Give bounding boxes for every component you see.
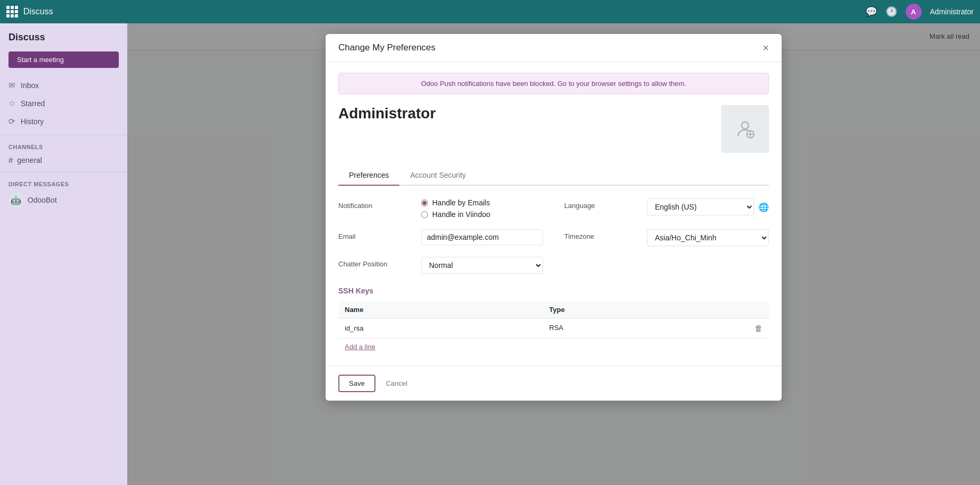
- modal-close-button[interactable]: ×: [763, 42, 769, 53]
- sidebar-title: Discuss: [8, 32, 119, 43]
- tab-preferences[interactable]: Preferences: [338, 166, 399, 186]
- sidebar-item-inbox[interactable]: ✉ Inbox: [0, 76, 127, 94]
- banner-text: Odoo Push notifications have been blocke…: [421, 80, 686, 88]
- modal-title: Change My Preferences: [338, 42, 435, 53]
- sidebar-item-starred[interactable]: ☆ Starred: [0, 94, 127, 112]
- modal-footer: Save Cancel: [326, 366, 782, 401]
- timezone-label: Timezone: [564, 229, 638, 240]
- language-select[interactable]: English (US): [647, 198, 754, 215]
- language-row: Language English (US) 🌐: [564, 198, 769, 219]
- add-line-button[interactable]: Add a line: [338, 339, 382, 355]
- svg-point-0: [741, 122, 748, 129]
- chatter-label: Chatter Position: [338, 257, 413, 268]
- sidebar-item-history[interactable]: ⟳ History: [0, 112, 127, 131]
- app-name: Discuss: [23, 7, 53, 16]
- avatar[interactable]: A: [906, 4, 922, 20]
- timezone-field: Asia/Ho_Chi_Minh: [647, 229, 769, 246]
- email-row: Email: [338, 229, 543, 246]
- channels-section-header: CHANNELS: [0, 140, 127, 152]
- cancel-button[interactable]: Cancel: [380, 375, 414, 392]
- starred-label: Starred: [21, 99, 45, 108]
- preferences-modal: Change My Preferences × Odoo Push notifi…: [326, 34, 782, 401]
- sidebar-divider: [0, 135, 127, 135]
- modal-overlay: Change My Preferences × Odoo Push notifi…: [127, 23, 980, 485]
- sidebar-channel-general[interactable]: # general: [0, 152, 127, 168]
- clock-icon[interactable]: 🕐: [886, 6, 897, 18]
- modal-header: Change My Preferences ×: [326, 34, 782, 62]
- ssh-table: Name Type id_rsa RSA 🗑: [338, 301, 769, 339]
- globe-icon[interactable]: 🌐: [758, 202, 769, 212]
- ssh-section-title: SSH Keys: [338, 287, 769, 295]
- username[interactable]: Administrator: [930, 7, 974, 16]
- form-grid: Notification Handle by Emails: [338, 198, 769, 274]
- ssh-col-name: Name: [338, 301, 543, 318]
- tab-account-security[interactable]: Account Security: [399, 166, 476, 186]
- notification-banner: Odoo Push notifications have been blocke…: [338, 73, 769, 94]
- email-input[interactable]: [421, 229, 543, 245]
- sidebar-header: Discuss: [0, 23, 127, 47]
- chat-icon[interactable]: 💬: [865, 6, 877, 18]
- user-area: Administrator: [338, 105, 769, 153]
- save-button[interactable]: Save: [338, 375, 375, 392]
- chatter-select[interactable]: Normal: [421, 257, 543, 274]
- sidebar-divider-2: [0, 172, 127, 172]
- dm-section-header: DIRECT MESSAGES: [0, 177, 127, 189]
- inbox-label: Inbox: [21, 81, 39, 90]
- topbar-left: Discuss: [6, 6, 53, 18]
- timezone-row: Timezone Asia/Ho_Chi_Minh: [564, 229, 769, 246]
- modal-tabs: Preferences Account Security: [338, 166, 769, 186]
- odoobot-avatar: 🤖: [8, 193, 23, 207]
- topbar: Discuss 💬 🕐 A Administrator: [0, 0, 980, 23]
- email-label: Email: [338, 229, 413, 240]
- star-icon: ☆: [8, 99, 15, 108]
- channel-name: general: [17, 156, 42, 164]
- notification-label: Notification: [338, 198, 413, 210]
- table-row: id_rsa RSA 🗑: [338, 318, 769, 339]
- ssh-name-cell: id_rsa: [338, 318, 543, 339]
- main-layout: Discuss Start a meeting ✉ Inbox ☆ Starre…: [0, 23, 980, 485]
- user-display-name: Administrator: [338, 105, 436, 122]
- email-field-container: [421, 229, 543, 245]
- hash-icon: #: [8, 155, 13, 164]
- ssh-type-cell: RSA 🗑: [543, 318, 769, 339]
- notification-radio-group: Handle by Emails Handle in Viindoo: [421, 198, 543, 219]
- ssh-col-type: Type: [543, 301, 769, 318]
- content-area: Mark all read Change My Preferences × Od…: [127, 23, 980, 485]
- chatter-row: Chatter Position Normal: [338, 257, 543, 274]
- timezone-select[interactable]: Asia/Ho_Chi_Minh: [647, 229, 769, 246]
- ssh-delete-button[interactable]: 🗑: [755, 324, 763, 333]
- notification-field: Handle by Emails Handle in Viindoo: [421, 198, 543, 219]
- grid-menu-icon[interactable]: [6, 6, 18, 18]
- chatter-field: Normal: [421, 257, 543, 274]
- history-icon: ⟳: [8, 117, 15, 126]
- language-field: English (US) 🌐: [647, 198, 769, 215]
- topbar-right: 💬 🕐 A Administrator: [865, 4, 974, 20]
- radio-handle-viindoo[interactable]: Handle in Viindoo: [421, 210, 543, 219]
- handle-emails-label: Handle by Emails: [432, 198, 490, 207]
- language-label: Language: [564, 198, 638, 210]
- start-meeting-button[interactable]: Start a meeting: [8, 51, 119, 68]
- radio-handle-emails[interactable]: Handle by Emails: [421, 198, 543, 207]
- sidebar: Discuss Start a meeting ✉ Inbox ☆ Starre…: [0, 23, 127, 485]
- sidebar-dm-odoobot[interactable]: 🤖 OdooBot: [0, 189, 127, 211]
- inbox-icon: ✉: [8, 81, 15, 90]
- handle-viindoo-label: Handle in Viindoo: [432, 210, 491, 219]
- avatar-upload[interactable]: [721, 105, 769, 153]
- modal-body: Odoo Push notifications have been blocke…: [326, 62, 782, 366]
- notification-row: Notification Handle by Emails: [338, 198, 543, 219]
- ssh-table-header-row: Name Type: [338, 301, 769, 318]
- history-label: History: [21, 117, 44, 126]
- dm-name: OdooBot: [28, 196, 57, 204]
